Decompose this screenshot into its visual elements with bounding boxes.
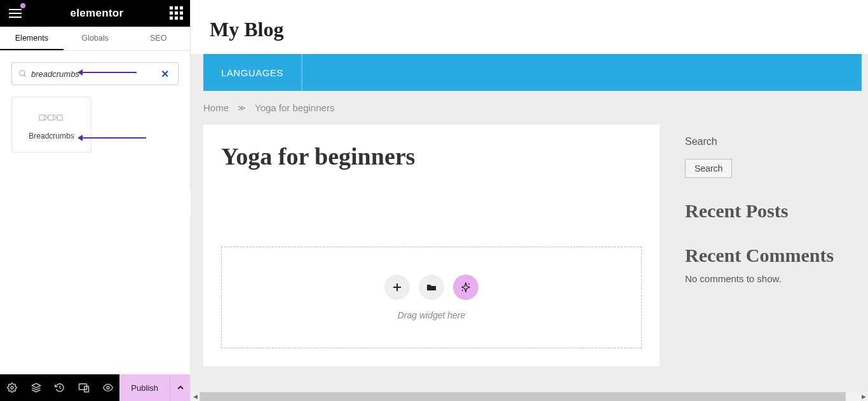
svg-point-0 (20, 71, 25, 76)
clear-search-button[interactable]: ✕ (158, 68, 172, 80)
responsive-button[interactable] (72, 374, 96, 401)
chevron-up-icon (177, 385, 184, 390)
preview-canvas: My Blog LANGUAGES Home ≫ Yoga for beginn… (191, 0, 868, 401)
search-icon (18, 69, 27, 78)
search-widget-title: Search (685, 136, 848, 147)
svg-rect-2 (39, 115, 44, 120)
widget-label: Breadcrumbs (29, 132, 74, 140)
panel-body: ✕ Breadcrumbs (0, 51, 190, 374)
navigator-button[interactable] (24, 374, 48, 401)
menu-button[interactable] (6, 4, 24, 22)
preview-button[interactable] (96, 374, 120, 401)
brand-logo: elementor (71, 7, 124, 20)
sparkle-icon (461, 282, 471, 292)
recent-posts-heading: Recent Posts (685, 200, 848, 222)
widget-dropzone[interactable]: Drag widget here (221, 247, 642, 348)
tab-seo[interactable]: SEO (126, 27, 190, 50)
svg-rect-3 (48, 115, 53, 120)
dropzone-label: Drag widget here (398, 310, 466, 320)
add-template-button[interactable] (419, 275, 444, 300)
publish-button[interactable]: Publish (119, 374, 170, 401)
widget-search: ✕ (11, 62, 179, 85)
scroll-left-icon[interactable]: ◀ (191, 393, 200, 400)
apps-grid-button[interactable] (170, 6, 184, 20)
svg-point-10 (468, 283, 470, 285)
publish-options-button[interactable] (170, 374, 190, 401)
site-title: My Blog (191, 0, 868, 54)
svg-marker-6 (32, 383, 40, 388)
eye-icon (102, 383, 114, 393)
layers-icon (31, 383, 41, 393)
hamburger-icon (9, 9, 22, 18)
svg-point-5 (11, 386, 13, 389)
breadcrumb-separator-icon: ≫ (238, 104, 246, 112)
panel-tabs: Elements Globals SEO (0, 27, 190, 51)
horizontal-scrollbar[interactable]: ◀ ▶ (191, 392, 868, 401)
responsive-icon (78, 383, 90, 393)
main-menu: LANGUAGES (203, 54, 862, 91)
search-input[interactable] (27, 69, 158, 79)
folder-icon (426, 283, 437, 292)
breadcrumb-current: Yoga for beginners (255, 102, 334, 113)
scroll-right-icon[interactable]: ▶ (859, 393, 868, 400)
svg-point-11 (462, 290, 463, 291)
publish-group: Publish (119, 374, 190, 401)
search-widget-button[interactable]: Search (685, 159, 732, 178)
svg-line-1 (24, 75, 26, 77)
annotation-arrow (79, 137, 146, 139)
menu-item-languages[interactable]: LANGUAGES (203, 54, 302, 91)
breadcrumbs-icon (39, 109, 64, 126)
page-sidebar: Search Search Recent Posts Recent Commen… (671, 125, 862, 366)
notification-dot (20, 3, 25, 8)
widget-results: Breadcrumbs (11, 97, 179, 153)
tab-elements[interactable]: Elements (0, 27, 64, 50)
annotation-arrow (79, 72, 137, 73)
svg-point-9 (107, 386, 109, 389)
panel-header: elementor (0, 0, 190, 27)
ai-button[interactable] (453, 275, 478, 300)
page-title: Yoga for beginners (221, 142, 642, 170)
svg-rect-4 (57, 115, 62, 120)
plus-icon (393, 283, 402, 292)
elementor-panel: elementor Elements Globals SEO ✕ Br (0, 0, 191, 401)
breadcrumb: Home ≫ Yoga for beginners (191, 91, 868, 125)
breadcrumb-home[interactable]: Home (203, 102, 229, 113)
content-area: Yoga for beginners Drag widget here (203, 125, 660, 366)
add-section-button[interactable] (384, 275, 410, 300)
settings-button[interactable] (0, 374, 24, 401)
panel-footer: Publish (0, 374, 190, 401)
recent-comments-heading: Recent Comments (685, 244, 848, 267)
no-comments-text: No comments to show. (685, 273, 848, 284)
widget-breadcrumbs[interactable]: Breadcrumbs (11, 97, 92, 153)
gear-icon (7, 383, 17, 393)
history-icon (55, 383, 65, 393)
history-button[interactable] (48, 374, 72, 401)
tab-globals[interactable]: Globals (64, 27, 127, 50)
